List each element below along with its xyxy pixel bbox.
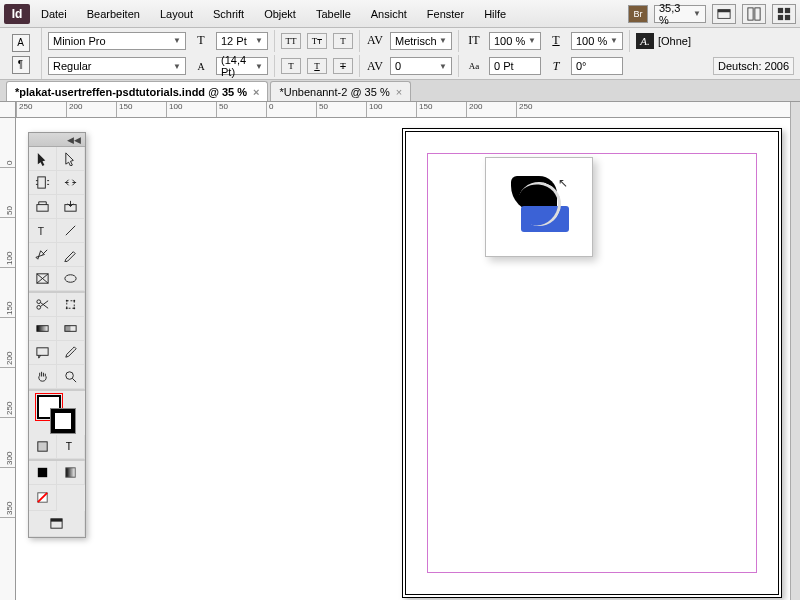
note-tool[interactable] — [29, 341, 57, 365]
menu-bearbeiten[interactable]: Bearbeiten — [78, 4, 149, 24]
zoom-tool[interactable] — [57, 365, 85, 389]
content-collector-tool[interactable] — [29, 195, 57, 219]
allcaps-button[interactable]: TT — [281, 33, 301, 49]
skew-icon: T — [547, 57, 565, 75]
scissors-tool[interactable] — [29, 293, 57, 317]
svg-point-21 — [73, 300, 75, 302]
leading-combo[interactable]: (14,4 Pt)▼ — [216, 57, 268, 75]
svg-point-20 — [66, 300, 68, 302]
gradient-feather-tool[interactable] — [57, 317, 85, 341]
menu-schrift[interactable]: Schrift — [204, 4, 253, 24]
menu-hilfe[interactable]: Hilfe — [475, 4, 515, 24]
menubar-right: Br 35,3 % ▼ — [628, 4, 796, 24]
menu-datei[interactable]: Datei — [32, 4, 76, 24]
svg-rect-33 — [66, 468, 75, 477]
document-tabs: *plakat-usertreffen-psdtutorials.indd @ … — [0, 80, 800, 102]
menu-layout[interactable]: Layout — [151, 4, 202, 24]
char-style-combo[interactable]: A. [Ohne] — [636, 33, 696, 49]
skew-combo[interactable]: 0° — [571, 57, 623, 75]
tracking-combo[interactable]: 0▼ — [390, 57, 452, 75]
page-tool[interactable] — [29, 171, 57, 195]
view-mode-button[interactable] — [29, 511, 85, 537]
superscript-button[interactable]: T — [333, 33, 353, 49]
hscale-combo[interactable]: 100 %▼ — [571, 32, 623, 50]
menu-tabelle[interactable]: Tabelle — [307, 4, 360, 24]
language-combo[interactable]: Deutsch: 2006 — [713, 57, 794, 75]
workspace-button[interactable] — [772, 4, 796, 24]
tracking-icon: AV — [366, 57, 384, 75]
stroke-swatch[interactable] — [51, 409, 75, 433]
rectangle-frame-tool[interactable] — [29, 267, 57, 291]
svg-point-23 — [73, 307, 75, 309]
svg-rect-19 — [67, 301, 75, 309]
apply-color-button[interactable] — [29, 461, 57, 485]
ruler-vertical[interactable]: 0 50 100 150 200 250 300 350 — [0, 118, 16, 600]
line-tool[interactable] — [57, 219, 85, 243]
collapse-icon[interactable]: ◀◀ — [67, 135, 81, 145]
char-mode-button[interactable]: A — [12, 34, 30, 52]
menu-fenster[interactable]: Fenster — [418, 4, 473, 24]
strike-button[interactable]: T — [333, 58, 353, 74]
pen-tool[interactable] — [29, 243, 57, 267]
pencil-tool[interactable] — [57, 243, 85, 267]
bridge-badge[interactable]: Br — [628, 5, 648, 23]
svg-rect-5 — [785, 7, 790, 12]
gradient-swatch-tool[interactable] — [29, 317, 57, 341]
fill-stroke-swatches[interactable] — [29, 391, 85, 435]
format-text-button[interactable]: T — [57, 435, 85, 459]
direct-selection-tool[interactable] — [57, 147, 85, 171]
hscale-icon: T — [547, 32, 565, 50]
gap-tool[interactable] — [57, 171, 85, 195]
smallcaps-button[interactable]: Tᴛ — [307, 33, 327, 49]
placed-image-content — [503, 176, 575, 238]
hand-tool[interactable] — [29, 365, 57, 389]
type-tool[interactable]: T — [29, 219, 57, 243]
screen-mode-button[interactable] — [712, 4, 736, 24]
menubar: Id Datei Bearbeiten Layout Schrift Objek… — [0, 0, 800, 28]
doc-tab-2[interactable]: *Unbenannt-2 @ 35 % × — [270, 81, 411, 101]
zoom-level-dropdown[interactable]: 35,3 % ▼ — [654, 5, 706, 23]
vscale-combo[interactable]: 100 %▼ — [489, 32, 541, 50]
page[interactable]: ↖ — [402, 128, 782, 598]
close-icon[interactable]: × — [396, 86, 402, 98]
font-size-icon: T — [192, 32, 210, 50]
panel-dock[interactable] — [790, 102, 800, 600]
document-canvas[interactable]: ↖ — [16, 118, 800, 600]
kerning-combo[interactable]: Metrisch▼ — [390, 32, 452, 50]
svg-rect-37 — [51, 519, 62, 522]
format-container-button[interactable] — [29, 435, 57, 459]
svg-rect-4 — [778, 7, 783, 12]
font-style-combo[interactable]: Regular▼ — [48, 57, 186, 75]
svg-rect-8 — [38, 177, 46, 188]
svg-rect-6 — [778, 14, 783, 19]
tools-panel-header[interactable]: ◀◀ — [29, 133, 85, 147]
baseline-combo[interactable]: 0 Pt — [489, 57, 541, 75]
tools-panel[interactable]: ◀◀ T T — [28, 132, 86, 538]
apply-gradient-button[interactable] — [57, 461, 85, 485]
svg-rect-32 — [38, 468, 47, 477]
menu-ansicht[interactable]: Ansicht — [362, 4, 416, 24]
chevron-down-icon: ▼ — [693, 9, 701, 18]
svg-rect-1 — [718, 9, 730, 12]
subscript-button[interactable]: T — [281, 58, 301, 74]
selection-tool[interactable] — [29, 147, 57, 171]
doc-tab-1[interactable]: *plakat-usertreffen-psdtutorials.indd @ … — [6, 81, 268, 101]
free-transform-tool[interactable] — [57, 293, 85, 317]
placed-image-frame[interactable]: ↖ — [485, 157, 593, 257]
eyedropper-tool[interactable] — [57, 341, 85, 365]
arrange-button[interactable] — [742, 4, 766, 24]
para-mode-button[interactable]: ¶ — [12, 56, 30, 74]
close-icon[interactable]: × — [253, 86, 259, 98]
content-placer-tool[interactable] — [57, 195, 85, 219]
font-family-combo[interactable]: Minion Pro▼ — [48, 32, 186, 50]
ellipse-tool[interactable] — [57, 267, 85, 291]
svg-line-29 — [72, 378, 76, 382]
apply-none-button[interactable] — [29, 485, 57, 511]
underline-button[interactable]: T — [307, 58, 327, 74]
ruler-horizontal[interactable]: 250 200 150 100 50 0 50 100 150 200 250 — [16, 102, 800, 118]
menu-objekt[interactable]: Objekt — [255, 4, 305, 24]
svg-point-16 — [65, 275, 76, 283]
ruler-origin[interactable] — [0, 102, 16, 118]
svg-point-28 — [66, 372, 74, 380]
font-size-combo[interactable]: 12 Pt▼ — [216, 32, 268, 50]
